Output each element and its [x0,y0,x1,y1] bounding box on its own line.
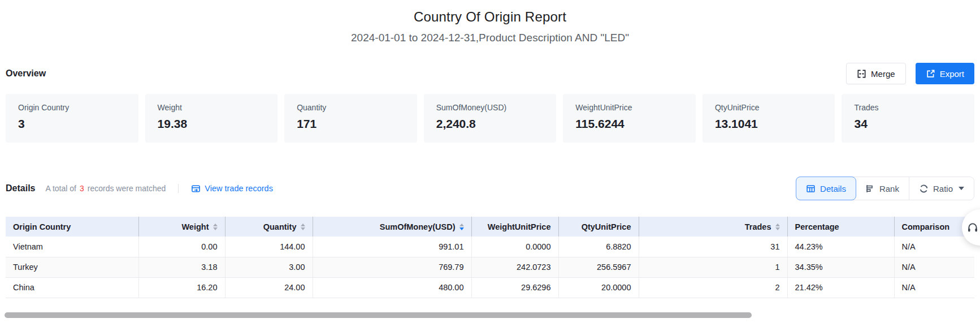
cell-qty-unit-price: 256.5967 [558,257,639,277]
table-row: Turkey 3.18 3.00 769.79 242.0723 256.596… [6,257,974,277]
summary-count: 3 [80,184,84,193]
merge-icon [857,69,866,79]
sort-icon[interactable] [301,223,305,230]
column-label: QtyUnitPrice [582,222,631,231]
cell-comparison: N/A [894,237,974,257]
tab-rank[interactable]: Rank [856,177,909,200]
view-switch: Details Rank Ratio [796,177,974,200]
details-left: Details A total of 3 records were matche… [6,183,273,194]
card-label: SumOfMoney(USD) [436,103,557,112]
tab-ratio[interactable]: Ratio [909,177,974,200]
page-title: Country Of Origin Report [6,9,974,25]
column-label: Comparison [902,222,950,231]
cell-sum-of-money: 991.01 [313,237,471,257]
card-value: 115.6244 [575,117,696,131]
overview-actions: Merge Export [846,63,974,84]
cell-quantity: 144.00 [225,237,313,257]
card-label: QtyUnitPrice [715,103,835,112]
table-row: China 16.20 24.00 480.00 29.6296 20.0000… [6,277,974,298]
card-label: Weight [158,103,278,112]
overview-heading: Overview [6,68,46,79]
column-label: SumOfMoney(USD) [380,222,456,231]
view-trade-records-label: View trade records [205,184,273,193]
col-origin-country: Origin Country [6,217,138,237]
cell-quantity: 24.00 [225,277,313,298]
tab-rank-label: Rank [879,184,899,194]
col-weight-unit-price: WeightUnitPrice [471,217,558,237]
column-label: Weight [181,222,209,231]
merge-button-label: Merge [871,69,895,79]
divider [178,184,179,193]
sort-icon[interactable] [213,223,218,230]
cell-trades: 1 [639,257,787,277]
card-weight-unit-price: WeightUnitPrice 115.6244 [563,94,696,143]
cell-origin-country: Vietnam [6,237,138,257]
tab-details[interactable]: Details [796,177,856,200]
column-label: Quantity [263,222,297,231]
column-label: Percentage [795,222,839,231]
sort-icon-active-desc[interactable] [459,223,464,230]
card-label: WeightUnitPrice [575,103,696,112]
card-value: 13.1041 [715,117,835,131]
cell-percentage: 21.42% [787,277,894,298]
card-quantity: Quantity 171 [284,94,417,143]
cell-comparison: N/A [894,257,974,277]
merge-button[interactable]: Merge [846,63,906,84]
report-page: Country Of Origin Report 2024-01-01 to 2… [0,9,980,331]
table-row: Vietnam 0.00 144.00 991.01 0.0000 6.8820… [6,237,974,257]
card-value: 34 [854,117,974,131]
column-label: Trades [745,222,771,231]
cell-percentage: 44.23% [787,237,894,257]
col-quantity[interactable]: Quantity [225,217,313,237]
headset-icon [966,221,979,234]
card-value: 19.38 [158,117,278,131]
cell-sum-of-money: 480.00 [313,277,471,298]
cell-weight-unit-price: 29.6296 [471,277,558,298]
table-header-row: Origin Country Weight Quantity SumOfMone… [6,217,974,237]
export-button-label: Export [940,69,964,79]
view-trade-records-link[interactable]: View trade records [191,184,273,194]
cell-weight: 16.20 [138,277,225,298]
ratio-circle-icon [919,184,929,194]
export-icon [926,69,935,79]
card-value: 2,240.8 [436,117,557,131]
cell-sum-of-money: 769.79 [313,257,471,277]
export-button[interactable]: Export [916,63,974,84]
details-heading: Details [6,183,35,194]
card-origin-country: Origin Country 3 [6,94,138,143]
card-sum-of-money: SumOfMoney(USD) 2,240.8 [424,94,557,143]
overview-cards: Origin Country 3 Weight 19.38 Quantity 1… [6,94,974,143]
overview-bar: Overview Merge Export [6,62,974,85]
col-qty-unit-price: QtyUnitPrice [558,217,639,237]
cell-origin-country: Turkey [6,257,138,277]
match-summary: A total of 3 records were matched [45,184,166,193]
sort-icon[interactable] [775,223,780,230]
card-label: Quantity [297,103,417,112]
cell-weight-unit-price: 242.0723 [471,257,558,277]
cell-percentage: 34.35% [787,257,894,277]
cell-weight: 0.00 [138,237,225,257]
cell-comparison: N/A [894,277,974,298]
cell-quantity: 3.00 [225,257,313,277]
report-subtitle: 2024-01-01 to 2024-12-31,Product Descrip… [6,32,974,44]
col-trades[interactable]: Trades [639,217,787,237]
card-label: Trades [854,103,974,112]
col-sum-of-money[interactable]: SumOfMoney(USD) [313,217,471,237]
scrollbar-thumb[interactable] [5,312,752,318]
card-qty-unit-price: QtyUnitPrice 13.1041 [703,94,835,143]
cell-trades: 2 [639,277,787,298]
cell-origin-country: China [6,277,138,298]
tab-ratio-label: Ratio [933,184,953,194]
details-bar: Details A total of 3 records were matche… [6,177,974,200]
trade-records-icon [191,184,201,194]
card-label: Origin Country [18,103,138,112]
col-percentage: Percentage [787,217,894,237]
cell-trades: 31 [639,237,787,257]
summary-prefix: A total of [45,184,76,193]
tab-details-label: Details [820,184,846,194]
summary-suffix: records were matched [88,184,166,193]
card-trades: Trades 34 [842,94,974,143]
details-table: Origin Country Weight Quantity SumOfMone… [6,217,974,298]
col-weight[interactable]: Weight [138,217,225,237]
cell-weight: 3.18 [138,257,225,277]
